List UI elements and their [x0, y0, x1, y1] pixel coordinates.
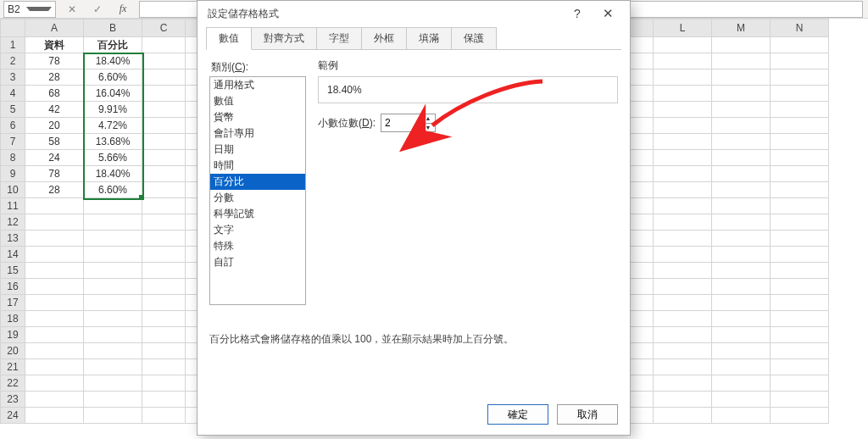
help-icon[interactable]: ?: [562, 2, 593, 25]
tab-保護[interactable]: 保護: [451, 27, 497, 50]
cell-A12[interactable]: [25, 214, 84, 231]
cell-C20[interactable]: [142, 343, 186, 359]
cell-N22[interactable]: [771, 375, 829, 392]
cell-A13[interactable]: [25, 231, 84, 247]
col-header-A[interactable]: A: [25, 19, 84, 37]
cell-L14[interactable]: [654, 247, 712, 263]
cell-N24[interactable]: [771, 408, 829, 424]
category-item-9[interactable]: 文字: [210, 222, 305, 238]
tab-字型[interactable]: 字型: [316, 27, 362, 50]
cell-L22[interactable]: [654, 375, 712, 392]
spin-up-icon[interactable]: ▲: [421, 114, 435, 124]
fx-icon[interactable]: fx: [114, 2, 132, 17]
cell-N3[interactable]: [771, 69, 829, 86]
cell-L5[interactable]: [654, 102, 712, 118]
cell-B8[interactable]: 5.66%: [84, 150, 142, 166]
cell-M15[interactable]: [712, 263, 771, 279]
cell-A5[interactable]: 42: [25, 102, 84, 118]
cell-L9[interactable]: [654, 166, 712, 182]
cell-M10[interactable]: [712, 182, 771, 198]
cell-M12[interactable]: [712, 214, 771, 231]
cell-M11[interactable]: [712, 198, 771, 214]
cell-C10[interactable]: [142, 182, 186, 198]
category-item-4[interactable]: 日期: [210, 142, 305, 158]
cell-L12[interactable]: [654, 214, 712, 231]
row-header-5[interactable]: 5: [1, 102, 25, 118]
col-header-C[interactable]: C: [142, 19, 186, 37]
cell-A19[interactable]: [25, 327, 84, 343]
row-header-19[interactable]: 19: [1, 327, 25, 343]
row-header-8[interactable]: 8: [1, 150, 25, 166]
col-header-N[interactable]: N: [771, 19, 829, 37]
row-header-24[interactable]: 24: [1, 408, 25, 424]
row-header-3[interactable]: 3: [1, 69, 25, 86]
cell-A21[interactable]: [25, 359, 84, 375]
cell-N10[interactable]: [771, 182, 829, 198]
cell-A2[interactable]: 78: [25, 53, 84, 69]
ok-button[interactable]: 確定: [487, 404, 548, 425]
cell-C6[interactable]: [142, 118, 186, 134]
category-item-0[interactable]: 通用格式: [210, 77, 305, 93]
row-header-11[interactable]: 11: [1, 198, 25, 214]
category-item-1[interactable]: 數值: [210, 93, 305, 109]
cell-M1[interactable]: [712, 37, 771, 53]
cell-B1[interactable]: 百分比: [84, 37, 142, 53]
cell-N21[interactable]: [771, 359, 829, 375]
cell-C11[interactable]: [142, 198, 186, 214]
cell-B11[interactable]: [84, 198, 142, 214]
cell-N20[interactable]: [771, 343, 829, 359]
cell-B12[interactable]: [84, 214, 142, 231]
cell-C24[interactable]: [142, 408, 186, 424]
cell-M19[interactable]: [712, 327, 771, 343]
tab-外框[interactable]: 外框: [361, 27, 407, 50]
cell-C4[interactable]: [142, 86, 186, 102]
cell-M9[interactable]: [712, 166, 771, 182]
cell-M3[interactable]: [712, 69, 771, 86]
cell-N18[interactable]: [771, 311, 829, 327]
cell-A18[interactable]: [25, 311, 84, 327]
cell-C23[interactable]: [142, 392, 186, 408]
row-header-10[interactable]: 10: [1, 182, 25, 198]
cell-L1[interactable]: [654, 37, 712, 53]
cell-B2[interactable]: 18.40%: [84, 53, 142, 69]
close-icon[interactable]: ✕: [593, 2, 623, 25]
cell-C16[interactable]: [142, 279, 186, 295]
cell-C8[interactable]: [142, 150, 186, 166]
cell-L7[interactable]: [654, 134, 712, 150]
row-header-16[interactable]: 16: [1, 279, 25, 295]
row-header-14[interactable]: 14: [1, 247, 25, 263]
cell-L6[interactable]: [654, 118, 712, 134]
cell-B3[interactable]: 6.60%: [84, 69, 142, 86]
cell-N8[interactable]: [771, 150, 829, 166]
category-item-6[interactable]: 百分比: [210, 174, 305, 190]
cell-A22[interactable]: [25, 375, 84, 392]
category-item-5[interactable]: 時間: [210, 158, 305, 174]
cell-N6[interactable]: [771, 118, 829, 134]
category-item-7[interactable]: 分數: [210, 190, 305, 206]
cell-L2[interactable]: [654, 53, 712, 69]
cell-N12[interactable]: [771, 214, 829, 231]
cell-M6[interactable]: [712, 118, 771, 134]
cell-B23[interactable]: [84, 392, 142, 408]
dialog-titlebar[interactable]: 設定儲存格格式 ? ✕: [198, 1, 630, 26]
category-list[interactable]: 通用格式數值貨幣會計專用日期時間百分比分數科學記號文字特殊自訂: [209, 76, 306, 305]
cell-B15[interactable]: [84, 263, 142, 279]
category-item-8[interactable]: 科學記號: [210, 206, 305, 222]
cell-B5[interactable]: 9.91%: [84, 102, 142, 118]
select-all-corner[interactable]: [1, 19, 25, 37]
row-header-9[interactable]: 9: [1, 166, 25, 182]
cell-A14[interactable]: [25, 247, 84, 263]
col-header-M[interactable]: M: [712, 19, 771, 37]
col-header-L[interactable]: L: [654, 19, 712, 37]
cell-L8[interactable]: [654, 150, 712, 166]
cell-C15[interactable]: [142, 263, 186, 279]
cell-M20[interactable]: [712, 343, 771, 359]
cell-A17[interactable]: [25, 295, 84, 311]
cell-A3[interactable]: 28: [25, 69, 84, 86]
cell-B14[interactable]: [84, 247, 142, 263]
cell-N14[interactable]: [771, 247, 829, 263]
cell-C5[interactable]: [142, 102, 186, 118]
cell-M13[interactable]: [712, 231, 771, 247]
tab-數值[interactable]: 數值: [206, 27, 252, 50]
cell-B18[interactable]: [84, 311, 142, 327]
